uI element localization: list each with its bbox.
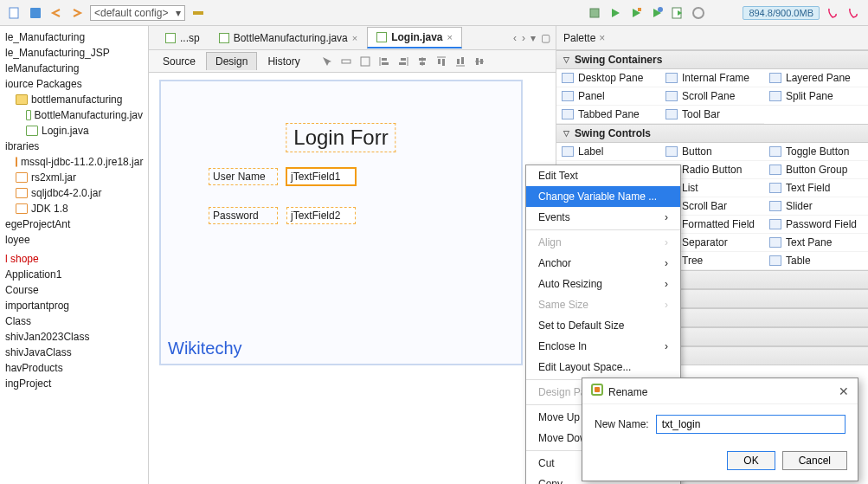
palette-item[interactable]: Layered Pane [764,69,868,87]
menu-item[interactable]: Anchor [526,253,680,274]
tree-item[interactable]: ibraries [0,139,148,154]
menu-item[interactable]: Set to Default Size [526,315,680,336]
hammer-icon[interactable] [190,5,206,21]
palette-item[interactable]: Slider [764,197,868,216]
palette-category[interactable]: ▽Swing Containers [556,50,868,69]
tree-item[interactable]: Application1 [0,267,148,282]
menu-item[interactable]: Edit Layout Space... [526,357,680,378]
form-frame[interactable]: Login Forr User Name jTextField1 Passwor… [159,80,523,365]
memory-indicator[interactable]: 894.8/900.0MB [743,6,820,20]
file-tab[interactable]: Login.java× [367,27,462,48]
tab-next-icon[interactable]: › [522,32,525,44]
tree-item[interactable]: l shope [0,251,148,267]
palette-item[interactable]: Desktop Pane [556,69,660,87]
palette-item[interactable]: Button [660,143,764,161]
tree-item[interactable]: JDK 1.8 [0,201,148,216]
stop-icon[interactable] [691,5,706,21]
source-tab[interactable]: Source [154,53,204,70]
run-icon[interactable] [608,5,623,21]
config-select[interactable]: <default config> ▾ [90,5,185,21]
redo-icon[interactable] [69,5,85,21]
tree-item[interactable]: iource Packages [0,76,148,92]
selection-mode-icon[interactable] [319,54,335,69]
build-icon[interactable] [587,5,602,21]
tab-prev-icon[interactable]: ‹ [513,32,517,44]
design-canvas[interactable]: Login Forr User Name jTextField1 Passwor… [149,73,556,484]
palette-item[interactable]: Toggle Button [764,143,868,161]
tree-item[interactable]: le_Manufacturing [0,29,148,45]
align-top-icon[interactable] [434,54,449,69]
menu-item[interactable]: Enclose In [526,336,680,357]
connection-mode-icon[interactable] [338,54,354,69]
tree-item[interactable]: le_Manufacturing_JSP [0,45,148,61]
palette-item[interactable]: Scroll Pane [660,87,764,106]
debug-icon[interactable] [628,5,644,21]
tree-item[interactable]: BottleManufacturing.jav [0,107,148,123]
align-right-icon[interactable] [395,54,411,69]
preview-icon[interactable] [357,54,373,69]
align-bottom-icon[interactable] [453,54,468,69]
palette-item[interactable]: Password Field [764,216,868,234]
ok-button[interactable]: OK [727,451,775,470]
tree-item[interactable]: Login.java [0,123,148,139]
palette-item[interactable]: Label [556,143,660,161]
file-tab[interactable]: BottleManufacturing.java× [209,28,368,48]
design-tab[interactable]: Design [206,52,257,70]
project-tree[interactable]: le_Manufacturingle_Manufacturing_JSPleMa… [0,26,149,484]
tree-item[interactable]: havProducts [0,360,148,376]
palette-item[interactable]: Panel [556,87,660,106]
palette-item[interactable]: Tabbed Pane [556,106,660,124]
align-center-v-icon[interactable] [472,54,487,69]
svg-rect-22 [420,62,425,65]
phone-alt-icon[interactable] [845,5,861,21]
palette-item[interactable]: Text Field [764,179,868,197]
new-file-icon[interactable] [7,5,23,21]
save-icon[interactable] [28,5,43,21]
tree-item[interactable]: ingProject [0,376,148,391]
close-icon[interactable]: × [352,33,357,43]
test-icon[interactable] [670,5,685,21]
tree-item[interactable]: Class [0,313,148,329]
form-title-label[interactable]: Login Forr [286,123,395,152]
username-label[interactable]: User Name [209,168,278,185]
palette-item[interactable]: Button Group [764,161,868,179]
close-icon[interactable]: ✕ [839,384,849,398]
profile-icon[interactable] [649,5,665,21]
tree-item[interactable]: mssql-jdbc-11.2.0.jre18.jar [0,154,148,170]
new-name-input[interactable] [656,415,845,434]
menu-item[interactable]: Change Variable Name ... [526,186,680,207]
password-label[interactable]: Password [209,207,278,224]
username-textfield[interactable]: jTextField1 [286,168,356,185]
tree-item[interactable]: leManufacturing [0,61,148,76]
palette-category[interactable]: ▽Swing Controls [556,124,868,143]
tree-item[interactable]: egeProjectAnt [0,216,148,232]
palette-item[interactable]: Tool Bar [660,106,764,124]
palette-item[interactable]: Split Pane [764,87,868,106]
tree-item[interactable]: loyee [0,232,148,248]
close-icon[interactable]: × [447,32,453,42]
palette-item[interactable]: Text Pane [764,234,868,252]
undo-icon[interactable] [48,5,64,21]
tree-item[interactable]: shivJan2023Class [0,329,148,345]
history-tab[interactable]: History [259,53,308,70]
tree-item[interactable]: importantprog [0,298,148,313]
palette-item[interactable]: Internal Frame [660,69,764,87]
tree-item[interactable]: bottlemanufacturing [0,92,148,107]
palette-item[interactable]: Table [764,252,868,270]
menu-item[interactable]: Auto Resizing [526,274,680,294]
tree-item[interactable]: rs2xml.jar [0,170,148,185]
tab-maximize-icon[interactable]: ▢ [541,32,550,44]
phone-icon[interactable] [825,5,840,21]
close-icon[interactable]: × [599,32,605,44]
file-tab[interactable]: ...sp [156,28,209,48]
menu-item[interactable]: Events [526,207,680,228]
align-left-icon[interactable] [376,54,392,69]
password-textfield[interactable]: jTextField2 [286,207,356,224]
menu-item[interactable]: Edit Text [526,165,680,186]
tree-item[interactable]: Course [0,282,148,298]
align-center-h-icon[interactable] [415,54,430,69]
tab-list-icon[interactable]: ▾ [530,32,536,44]
tree-item[interactable]: shivJavaClass [0,345,148,360]
cancel-button[interactable]: Cancel [782,451,847,470]
tree-item[interactable]: sqljdbc4-2.0.jar [0,185,148,201]
